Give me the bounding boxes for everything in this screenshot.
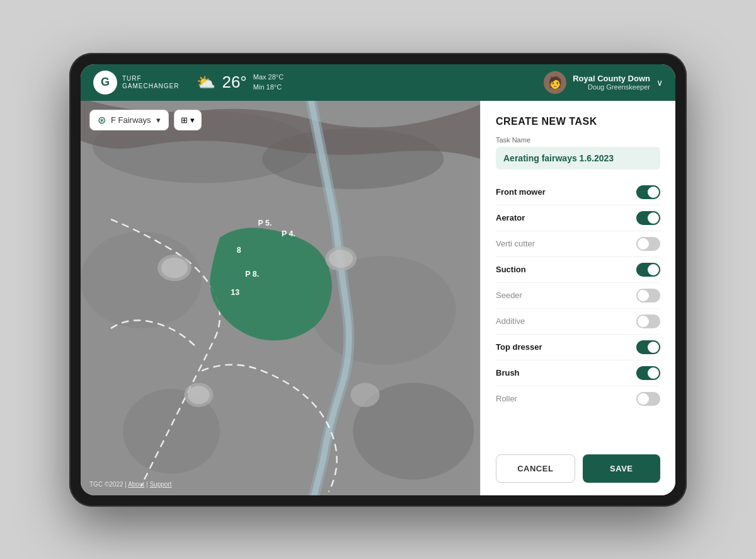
task-name-label: Task Name bbox=[496, 136, 660, 144]
toggle-row-aerator: Aerator bbox=[496, 205, 660, 231]
logo-area: G TURF GAMECHANGER bbox=[93, 71, 179, 95]
layers-icon: ⊛ bbox=[98, 114, 106, 126]
toggle-knob bbox=[648, 367, 659, 379]
toggle-knob bbox=[638, 316, 649, 327]
user-role: Doug Greenskeeper bbox=[573, 83, 650, 91]
toggle-row-suction: Suction bbox=[496, 257, 660, 283]
tablet-screen: G TURF GAMECHANGER ⛅ 26° Max 28°C Min 18… bbox=[81, 64, 675, 495]
svg-text:8: 8 bbox=[237, 245, 241, 254]
weather-area: ⛅ 26° Max 28°C Min 18°C bbox=[197, 72, 284, 92]
toggle-label-brush: Brush bbox=[496, 368, 520, 377]
toggle-seeder[interactable] bbox=[636, 289, 660, 303]
svg-point-3 bbox=[81, 231, 202, 328]
logo-text: TURF GAMECHANGER bbox=[122, 75, 179, 90]
temperature-display: 26° bbox=[222, 72, 246, 92]
toggle-front-mower[interactable] bbox=[636, 185, 660, 199]
map-svg: P 5. P 4. 8 P 8. 13 bbox=[81, 101, 480, 495]
main-content: ⊛ F Fairways ▾ ⊞ ▾ bbox=[81, 101, 675, 495]
toggle-row-roller: Roller bbox=[496, 386, 660, 412]
user-name: Royal County Down bbox=[573, 74, 650, 83]
save-button[interactable]: SAVE bbox=[583, 454, 661, 483]
toggle-knob bbox=[648, 264, 659, 275]
svg-point-10 bbox=[329, 250, 353, 268]
toggle-label-aerator: Aerator bbox=[496, 213, 525, 222]
action-buttons: CANCEL SAVE bbox=[496, 454, 660, 483]
chevron-down-icon[interactable]: ∨ bbox=[656, 78, 663, 88]
toggle-label-suction: Suction bbox=[496, 265, 526, 274]
toggle-row-brush: Brush bbox=[496, 360, 660, 386]
toggle-knob bbox=[638, 290, 649, 301]
toggle-knob bbox=[638, 393, 649, 405]
toggle-top-dresser[interactable] bbox=[636, 340, 660, 354]
svg-text:P 5.: P 5. bbox=[258, 218, 272, 227]
toggle-roller[interactable] bbox=[636, 392, 660, 406]
dropdown-label: F Fairways bbox=[111, 115, 151, 125]
weather-icon: ⛅ bbox=[197, 74, 215, 91]
map-panel: ⊛ F Fairways ▾ ⊞ ▾ bbox=[81, 101, 480, 495]
map-toolbar: ⊛ F Fairways ▾ ⊞ ▾ bbox=[89, 110, 202, 130]
toggle-label-top-dresser: Top dresser bbox=[496, 342, 542, 352]
svg-point-4 bbox=[311, 255, 456, 364]
toggle-knob bbox=[638, 238, 649, 250]
svg-point-8 bbox=[161, 257, 188, 278]
toggle-label-seeder: Seeder bbox=[496, 291, 522, 300]
user-info: Royal County Down Doug Greenskeeper bbox=[573, 74, 650, 91]
weather-detail: Max 28°C Min 18°C bbox=[253, 72, 284, 92]
toggle-additive[interactable] bbox=[636, 314, 660, 328]
footer-copyright: TGC ©2022 bbox=[89, 481, 123, 488]
cancel-button[interactable]: CANCEL bbox=[496, 454, 575, 483]
footer-support-link[interactable]: Support bbox=[149, 481, 171, 488]
toggle-row-seeder: Seeder bbox=[496, 283, 660, 309]
toggle-row-top-dresser: Top dresser bbox=[496, 335, 660, 360]
toggle-aerator[interactable] bbox=[636, 211, 660, 225]
avatar: 🧑 bbox=[544, 71, 566, 94]
svg-point-13 bbox=[350, 383, 379, 406]
svg-text:P 8.: P 8. bbox=[245, 270, 259, 279]
toggle-knob bbox=[648, 342, 659, 353]
svg-text:13: 13 bbox=[231, 288, 239, 297]
toggle-verti-cutter[interactable] bbox=[636, 237, 660, 251]
panel-title: CREATE NEW TASK bbox=[496, 116, 660, 127]
tablet-frame: G TURF GAMECHANGER ⛅ 26° Max 28°C Min 18… bbox=[69, 53, 687, 507]
toggle-row-front-mower: Front mower bbox=[496, 180, 660, 205]
toggle-knob bbox=[648, 187, 659, 198]
dropdown-chevron-icon: ▾ bbox=[156, 115, 161, 125]
toggle-label-verti-cutter: Verti cutter bbox=[496, 239, 535, 248]
toggle-label-additive: Additive bbox=[496, 316, 525, 326]
map-view-button[interactable]: ⊞ ▾ bbox=[174, 110, 202, 130]
toggle-row-verti-cutter: Verti cutter bbox=[496, 231, 660, 257]
toggle-row-additive: Additive bbox=[496, 309, 660, 335]
toggle-label-roller: Roller bbox=[496, 394, 517, 403]
toggle-knob bbox=[648, 212, 659, 224]
view-chevron-icon: ▾ bbox=[190, 115, 195, 125]
fairways-dropdown[interactable]: ⊛ F Fairways ▾ bbox=[89, 110, 169, 130]
toggle-label-front-mower: Front mower bbox=[496, 187, 546, 197]
toggle-brush[interactable] bbox=[636, 366, 660, 380]
app-header: G TURF GAMECHANGER ⛅ 26° Max 28°C Min 18… bbox=[81, 64, 675, 101]
svg-text:P 4.: P 4. bbox=[282, 229, 295, 238]
task-name-input[interactable] bbox=[496, 147, 660, 170]
logo-icon: G bbox=[93, 71, 117, 95]
right-panel: CREATE NEW TASK Task Name Front mower Ae… bbox=[480, 101, 675, 495]
header-right: 🧑 Royal County Down Doug Greenskeeper ∨ bbox=[544, 71, 663, 94]
grid-icon: ⊞ bbox=[181, 115, 188, 125]
toggle-list: Front mower Aerator Verti cu bbox=[496, 180, 660, 443]
svg-point-12 bbox=[188, 386, 210, 404]
footer-about-link[interactable]: About bbox=[128, 481, 144, 488]
toggle-suction[interactable] bbox=[636, 263, 660, 277]
map-footer: TGC ©2022 | About | Support bbox=[89, 481, 171, 488]
